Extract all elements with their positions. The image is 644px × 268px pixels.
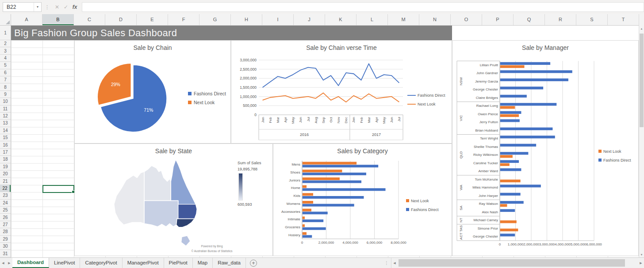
name-box[interactable]: B22 ▾ [3,2,42,12]
vertical-scrollbar[interactable]: ▲ ▼ [639,14,644,257]
column-header-r[interactable]: R [545,14,576,25]
column-header-g[interactable]: G [199,14,231,25]
horizontal-scroll-track[interactable] [398,258,638,268]
column-header-i[interactable]: I [262,14,294,25]
column-header-n[interactable]: N [419,14,451,25]
scroll-up-icon[interactable]: ▲ [639,27,644,30]
chart-sales-by-category[interactable]: Sales by Category 02,000,0004,000,0006,0… [273,143,452,256]
column-header-h[interactable]: H [231,14,262,25]
chart-sale-by-state[interactable]: Sale by State Sum of Sales 19,895,788 60… [74,143,273,256]
row-header-16[interactable]: 16 [0,141,11,148]
month-label: Feb [360,117,364,123]
row-header-28[interactable]: 28 [0,228,11,235]
map-state-nsw[interactable] [178,204,197,219]
row-header-29[interactable]: 29 [0,236,11,243]
sheet-tab-categorypivot[interactable]: CategoryPivot [80,258,122,268]
column-header-b[interactable]: B [42,14,74,25]
tab-scroll-right-icon[interactable]: ▶ [6,258,12,268]
row-header-6[interactable]: 6 [0,69,11,76]
row-header-27[interactable]: 27 [0,221,11,228]
row-header-8[interactable]: 8 [0,83,11,91]
column-header-c[interactable]: C [74,14,105,25]
row-header-15[interactable]: 15 [0,134,11,141]
sheet-tab-linepivot[interactable]: LinePivot [49,258,80,268]
row-header-2[interactable]: 2 [0,40,11,47]
row-header-11[interactable]: 11 [0,106,11,113]
row-header-25[interactable]: 25 [0,207,11,214]
row-header-19[interactable]: 19 [0,163,11,170]
row-header-23[interactable]: 23 [0,192,11,199]
legend-swatch [406,208,409,211]
map-state-qld[interactable] [171,159,196,204]
map-state-wa[interactable] [114,172,144,225]
horizontal-scroll-thumb[interactable] [399,259,625,267]
column-header-a[interactable]: A [11,14,42,25]
sheet-tab-managerpivot[interactable]: ManagerPivot [123,258,164,268]
row-header-18[interactable]: 18 [0,156,11,163]
legend-swatch [598,159,602,162]
sheet-tab-piepivot[interactable]: PiePivot [164,258,193,268]
column-header-m[interactable]: M [388,14,419,25]
row-header-13[interactable]: 13 [0,120,11,127]
row-header-20[interactable]: 20 [0,170,11,177]
sheet-tab-dashboard[interactable]: Dashboard [12,258,49,268]
cancel-icon[interactable]: ✕ [53,4,61,10]
cell-selection-b22[interactable] [42,185,74,193]
row-header-5[interactable]: 5 [0,62,11,69]
row-header-24[interactable]: 24 [0,200,11,207]
month-label: Mar [276,117,280,123]
column-header-f[interactable]: F [168,14,199,25]
scroll-left-icon[interactable]: ◀ [391,261,398,265]
bar-next-look [303,232,307,235]
scroll-down-icon[interactable]: ▼ [639,253,644,256]
category-label: Ray Watson [479,202,498,206]
map-state-sa[interactable] [144,200,178,226]
row-header-4[interactable]: 4 [0,55,11,62]
state-group-label: WA [459,185,463,190]
row-header-1[interactable]: 1 [0,26,11,40]
map-state-nt[interactable] [144,166,171,200]
chart-sale-by-chain[interactable]: Sale by Chain 71%29% Fashions DirectNext… [74,40,231,143]
column-header-o[interactable]: O [451,14,482,25]
row-header-30[interactable]: 30 [0,243,11,250]
map-state-vic[interactable] [176,219,195,227]
new-sheet-button[interactable]: + [250,260,257,267]
column-header-l[interactable]: L [356,14,388,25]
chart-sale-by-manager[interactable]: Sale by Manager 01,000,0002,000,0003,000… [452,40,639,256]
column-header-k[interactable]: K [325,14,356,25]
tab-scrollbar-splitter[interactable]: ⋮ [382,258,391,268]
month-label: Jan [352,117,356,123]
vertical-scroll-thumb[interactable] [640,34,644,127]
column-header-t[interactable]: T [608,14,639,25]
select-all-corner[interactable] [0,14,11,26]
sheet-tab-map[interactable]: Map [193,258,213,268]
column-header-s[interactable]: S [576,14,608,25]
legend-label: Next Look [418,102,436,106]
column-header-j[interactable]: J [294,14,325,25]
horizontal-scrollbar[interactable]: ◀ ▶ [391,258,644,268]
row-header-21[interactable]: 21 [0,177,11,185]
row-header-7[interactable]: 7 [0,76,11,83]
column-header-e[interactable]: E [137,14,168,25]
row-header-26[interactable]: 26 [0,214,11,221]
column-header-q[interactable]: Q [514,14,545,25]
y-tick-label: 1,500,000 [240,85,257,90]
sheet-tab-raw_data[interactable]: Raw_data [213,258,246,268]
row-header-10[interactable]: 10 [0,98,11,105]
row-header-22[interactable]: 22 [0,185,11,192]
column-header-p[interactable]: P [482,14,514,25]
column-header-d[interactable]: D [105,14,137,25]
formula-input[interactable] [82,2,644,12]
row-header-31[interactable]: 31 [0,250,11,257]
row-header-14[interactable]: 14 [0,127,11,134]
scroll-right-icon[interactable]: ▶ [638,261,644,265]
chart-sale-by-chain-verse-time[interactable]: Sale by Chain verse Time 0500,0001,000,0… [231,40,452,143]
tab-scroll-left-icon[interactable]: ◀ [0,258,6,268]
enter-icon[interactable]: ✓ [61,4,70,10]
row-header-3[interactable]: 3 [0,47,11,54]
row-header-17[interactable]: 17 [0,149,11,156]
name-box-dropdown-icon[interactable]: ▾ [34,3,41,11]
row-header-9[interactable]: 9 [0,91,11,98]
insert-function-icon[interactable]: fx [70,4,79,10]
row-header-12[interactable]: 12 [0,113,11,120]
